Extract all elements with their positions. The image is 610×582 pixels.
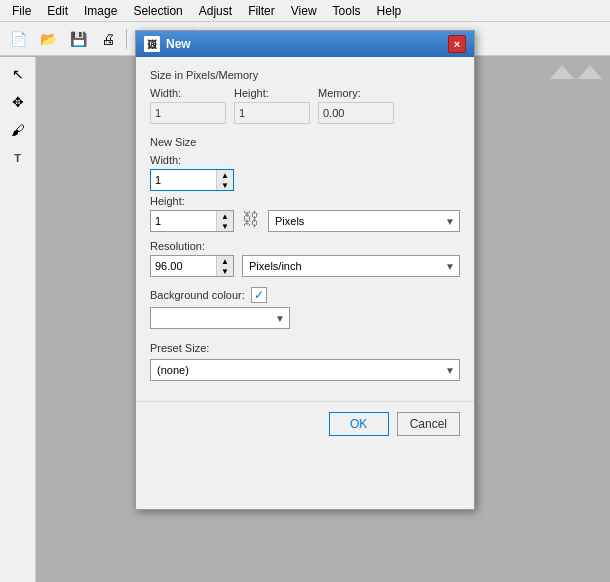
resolution-group: Resolution: ▲ ▼ Pixels/inch [150, 240, 460, 277]
bg-colour-select[interactable] [151, 308, 289, 328]
resolution-down[interactable]: ▼ [217, 266, 233, 276]
dialog-title: New [166, 37, 191, 51]
height-field-group: Height: [234, 87, 310, 124]
resolution-unit-dropdown[interactable]: Pixels/inch ▼ [242, 255, 460, 277]
resolution-spinner-buttons: ▲ ▼ [216, 256, 233, 276]
width-label: Width: [150, 87, 226, 99]
resolution-controls: ▲ ▼ Pixels/inch ▼ [150, 255, 460, 277]
memory-display[interactable] [318, 102, 394, 124]
bg-colour-label: Background colour: [150, 289, 245, 301]
dialog-footer: OK Cancel [136, 401, 474, 446]
dialog-title-area: 🖼 New [144, 36, 191, 52]
dialog-titlebar: 🖼 New × [136, 31, 474, 57]
background-section: Background colour: ✓ ▼ [150, 287, 460, 329]
new-width-spinner-buttons: ▲ ▼ [216, 170, 233, 190]
new-height-spinner-buttons: ▲ ▼ [216, 211, 233, 231]
ok-button[interactable]: OK [329, 412, 389, 436]
dialog-body: Size in Pixels/Memory Width: Height: Mem… [136, 57, 474, 393]
pixels-unit-dropdown[interactable]: Pixels ▼ [268, 210, 460, 232]
new-width-up[interactable]: ▲ [217, 170, 233, 180]
preset-section: Preset Size: (none) ▼ [150, 341, 460, 381]
dialog-overlay: 🖼 New × Size in Pixels/Memory Width: Hei… [0, 0, 610, 582]
bg-colour-checkbox[interactable]: ✓ [251, 287, 267, 303]
new-size-section-label: New Size [150, 136, 460, 148]
preset-size-select[interactable]: (none) [151, 360, 459, 380]
cancel-button[interactable]: Cancel [397, 412, 460, 436]
height-display[interactable] [234, 102, 310, 124]
resolution-section: Resolution: ▲ ▼ Pixels/inch [150, 240, 460, 277]
resolution-input[interactable] [151, 256, 216, 276]
resolution-up[interactable]: ▲ [217, 256, 233, 266]
size-memory-row: Width: Height: Memory: [150, 87, 460, 124]
new-width-group: Width: ▲ ▼ [150, 154, 460, 191]
resolution-label: Resolution: [150, 240, 460, 252]
resolution-spinner: ▲ ▼ [150, 255, 234, 277]
new-width-down[interactable]: ▼ [217, 180, 233, 190]
new-width-spinner: ▲ ▼ [150, 169, 234, 191]
height-label: Height: [234, 87, 310, 99]
bg-label-row: Background colour: ✓ [150, 287, 460, 303]
memory-label: Memory: [318, 87, 394, 99]
new-height-spinner: ▲ ▼ [150, 210, 234, 232]
new-image-dialog: 🖼 New × Size in Pixels/Memory Width: Hei… [135, 30, 475, 510]
dialog-close-button[interactable]: × [448, 35, 466, 53]
pixels-unit-select[interactable]: Pixels [269, 211, 459, 231]
preset-size-label: Preset Size: [150, 342, 209, 354]
width-field-group: Width: [150, 87, 226, 124]
new-width-input[interactable] [151, 170, 216, 190]
new-height-down[interactable]: ▼ [217, 221, 233, 231]
dialog-app-icon: 🖼 [144, 36, 160, 52]
new-width-label: Width: [150, 154, 460, 166]
new-height-group: Height: ▲ ▼ [150, 195, 234, 232]
resolution-unit-select[interactable]: Pixels/inch [243, 256, 459, 276]
preset-size-dropdown[interactable]: (none) ▼ [150, 359, 460, 381]
pixels-dropdown-col: Pixels ▼ [268, 210, 460, 232]
link-aspect-icon: ⛓ [242, 209, 260, 232]
new-height-up[interactable]: ▲ [217, 211, 233, 221]
height-pixels-row: Height: ▲ ▼ ⛓ Pixels ▼ [150, 195, 460, 232]
memory-field-group: Memory: [318, 87, 394, 124]
bg-colour-dropdown[interactable]: ▼ [150, 307, 290, 329]
width-display[interactable] [150, 102, 226, 124]
new-height-input[interactable] [151, 211, 216, 231]
size-memory-section-label: Size in Pixels/Memory [150, 69, 460, 81]
new-height-label: Height: [150, 195, 234, 207]
